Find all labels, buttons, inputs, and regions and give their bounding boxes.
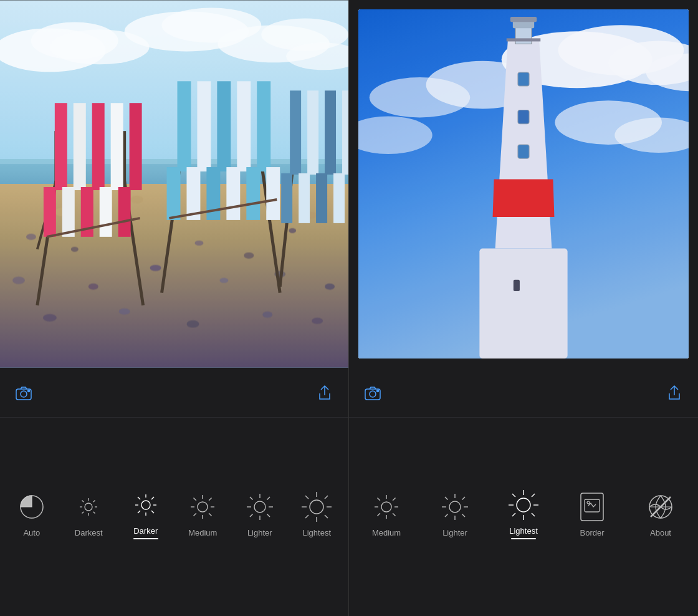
svg-line-106: [194, 498, 196, 500]
svg-line-168: [445, 514, 448, 517]
svg-line-89: [93, 511, 95, 513]
option-darkest-label: Darkest: [75, 528, 103, 537]
svg-line-159: [378, 513, 380, 516]
svg-point-119: [310, 500, 323, 514]
option-lighter-label: Lighter: [247, 528, 272, 537]
svg-line-118: [250, 514, 253, 517]
svg-line-90: [93, 500, 95, 502]
svg-line-166: [462, 514, 466, 517]
right-option-medium[interactable]: Medium: [368, 491, 405, 537]
right-share-button[interactable]: [663, 382, 686, 404]
svg-point-110: [254, 501, 265, 513]
right-option-about-label: About: [650, 528, 671, 537]
right-option-lighter-label: Lighter: [442, 528, 467, 537]
svg-line-115: [250, 497, 253, 500]
svg-line-174: [512, 494, 515, 497]
right-options-bar: Medium Lighte: [349, 418, 698, 616]
right-top-toolbar: [349, 368, 698, 418]
svg-line-165: [445, 497, 448, 500]
svg-point-83: [85, 503, 92, 511]
option-auto-label: Auto: [23, 528, 40, 537]
left-top-toolbar: [0, 368, 348, 418]
svg-line-100: [138, 511, 140, 513]
right-toolbar-area: Medium Lighte: [349, 368, 698, 616]
left-options-bar: Auto Darkest: [0, 418, 348, 616]
svg-point-149: [370, 391, 376, 397]
darker-icon: [130, 489, 162, 521]
option-medium[interactable]: Medium: [184, 491, 221, 537]
right-option-medium-label: Medium: [372, 528, 401, 537]
option-darkest[interactable]: Darkest: [70, 491, 107, 537]
option-auto[interactable]: Auto: [13, 491, 50, 537]
svg-line-117: [267, 497, 270, 500]
right-option-about[interactable]: About: [642, 491, 679, 537]
svg-point-150: [377, 390, 379, 392]
auto-icon: [16, 491, 48, 523]
option-lighter[interactable]: Lighter: [241, 491, 279, 537]
right-option-lightest-label: Lightest: [509, 526, 538, 536]
svg-point-80: [21, 391, 27, 397]
right-lightest-icon: [507, 489, 540, 521]
option-lightest[interactable]: Lightest: [298, 491, 335, 537]
svg-line-167: [462, 497, 466, 500]
right-option-border-label: Border: [580, 528, 604, 537]
svg-line-97: [138, 497, 140, 499]
svg-point-92: [141, 501, 150, 509]
svg-line-125: [325, 515, 328, 518]
svg-point-160: [449, 501, 461, 513]
svg-line-176: [532, 494, 535, 497]
option-lightest-label-left: Lightest: [302, 528, 331, 537]
left-share-button[interactable]: [313, 382, 336, 404]
svg-line-124: [305, 496, 308, 499]
svg-rect-147: [358, 9, 689, 359]
svg-line-107: [209, 513, 211, 516]
lighter-icon: [244, 491, 276, 523]
svg-line-157: [393, 513, 395, 516]
right-lighter-icon: [439, 491, 471, 523]
svg-point-101: [198, 502, 208, 512]
svg-line-177: [512, 513, 515, 516]
left-camera-button[interactable]: [12, 382, 35, 404]
right-camera-button[interactable]: [361, 382, 384, 404]
svg-line-156: [378, 498, 380, 500]
medium-icon: [186, 491, 219, 523]
option-medium-label: Medium: [188, 528, 217, 537]
darkest-icon: [72, 491, 105, 523]
svg-line-99: [151, 497, 154, 499]
svg-line-126: [325, 496, 328, 499]
svg-line-108: [209, 498, 211, 500]
svg-line-109: [194, 513, 196, 516]
border-icon: [576, 491, 608, 523]
right-option-border[interactable]: Border: [573, 491, 611, 537]
right-panel: Medium Lighte: [349, 0, 698, 616]
svg-point-151: [381, 502, 391, 512]
svg-point-81: [28, 390, 30, 392]
left-image-area: [0, 0, 348, 368]
right-option-lightest[interactable]: Lightest: [505, 489, 542, 539]
lightest-active-indicator: [511, 538, 536, 539]
option-darker[interactable]: Darker: [127, 489, 165, 539]
svg-line-127: [305, 515, 308, 518]
svg-rect-78: [0, 1, 348, 368]
svg-line-116: [267, 514, 270, 517]
right-medium-icon: [370, 491, 403, 523]
svg-line-98: [151, 511, 154, 513]
svg-line-175: [532, 513, 535, 516]
about-icon: [644, 491, 677, 523]
left-panel: Auto Darkest: [0, 0, 349, 616]
svg-line-158: [393, 498, 395, 500]
right-option-lighter[interactable]: Lighter: [436, 491, 474, 537]
darker-active-indicator: [133, 538, 158, 539]
lightest-icon: [300, 491, 333, 523]
option-darker-label: Darker: [133, 526, 158, 536]
left-toolbar-area: Auto Darkest: [0, 368, 348, 616]
right-image-area: [349, 0, 698, 368]
svg-point-180: [587, 501, 590, 504]
svg-line-91: [82, 511, 84, 513]
lighthouse-wrapper: [358, 9, 689, 359]
svg-line-88: [82, 500, 84, 502]
svg-point-169: [517, 498, 530, 512]
